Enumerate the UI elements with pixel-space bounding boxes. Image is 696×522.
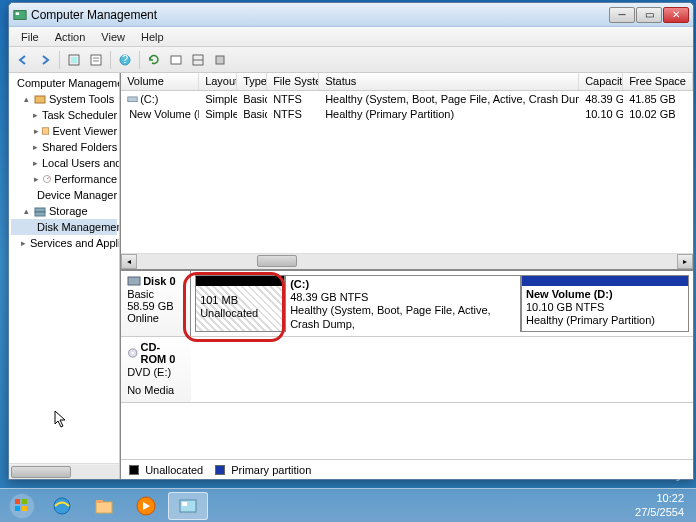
menu-action[interactable]: Action — [47, 29, 94, 45]
svg-point-35 — [132, 352, 134, 354]
svg-text:?: ? — [122, 53, 128, 65]
tree-task-scheduler[interactable]: ▸Task Scheduler — [11, 107, 117, 123]
forward-button[interactable] — [35, 50, 55, 70]
cdrom-row: CD-ROM 0 DVD (E:) No Media — [121, 337, 693, 403]
taskbar-computer-management[interactable] — [168, 492, 208, 520]
svg-rect-18 — [43, 128, 49, 134]
col-free[interactable]: Free Space — [623, 73, 693, 90]
tree-disk-management[interactable]: Disk Management — [11, 219, 117, 235]
svg-rect-3 — [71, 57, 77, 63]
tree-performance[interactable]: ▸Performance — [11, 171, 117, 187]
menubar: File Action View Help — [9, 27, 693, 47]
volume-hscrollbar[interactable]: ◂▸ — [121, 253, 693, 269]
menu-help[interactable]: Help — [133, 29, 172, 45]
tree-event-viewer[interactable]: ▸Event Viewer — [11, 123, 117, 139]
partition-unallocated[interactable]: 101 MBUnallocated — [195, 275, 285, 332]
svg-rect-1 — [16, 12, 20, 15]
tree-system-tools[interactable]: ▴System Tools — [11, 91, 117, 107]
watermark: Variety — [631, 461, 686, 482]
tools-icon — [33, 92, 47, 106]
back-button[interactable] — [13, 50, 33, 70]
cdrom-icon — [127, 347, 138, 359]
computer-management-window: Computer Management ─ ▭ ✕ File Action Vi… — [8, 2, 694, 480]
close-button[interactable]: ✕ — [663, 7, 689, 23]
partition-c[interactable]: (C:)48.39 GB NTFSHealthy (System, Boot, … — [285, 275, 521, 332]
wmp-icon — [135, 495, 157, 517]
svg-rect-31 — [128, 97, 137, 102]
refresh-button[interactable] — [144, 50, 164, 70]
svg-rect-37 — [15, 499, 20, 504]
svg-rect-4 — [91, 55, 101, 65]
storage-icon — [33, 204, 47, 218]
tree-root[interactable]: Computer Management (Local — [11, 75, 117, 91]
svg-rect-39 — [15, 506, 20, 511]
taskbar-wmp[interactable] — [126, 492, 166, 520]
disk0-row: Disk 0 Basic 58.59 GB Online 101 MBUnall… — [121, 271, 693, 337]
col-type[interactable]: Type — [237, 73, 267, 90]
start-button[interactable] — [4, 491, 40, 521]
col-status[interactable]: Status — [319, 73, 579, 90]
tree-shared-folders[interactable]: ▸Shared Folders — [11, 139, 117, 155]
main-pane: Volume Layout Type File System Status Ca… — [120, 73, 693, 479]
graphical-view: Disk 0 Basic 58.59 GB Online 101 MBUnall… — [121, 271, 693, 459]
legend-swatch-unalloc — [129, 465, 139, 475]
ie-icon — [51, 495, 73, 517]
window-title: Computer Management — [31, 8, 608, 22]
tool-button-1[interactable] — [166, 50, 186, 70]
up-button[interactable] — [64, 50, 84, 70]
tool-button-3[interactable] — [210, 50, 230, 70]
performance-icon — [42, 172, 52, 186]
cdrom-info[interactable]: CD-ROM 0 DVD (E:) No Media — [121, 337, 191, 402]
tree-storage[interactable]: ▴Storage — [11, 203, 117, 219]
drive-icon — [127, 93, 138, 104]
mmc-icon — [177, 495, 199, 517]
col-fs[interactable]: File System — [267, 73, 319, 90]
properties-button[interactable] — [86, 50, 106, 70]
tree-local-users[interactable]: ▸Local Users and Groups — [11, 155, 117, 171]
menu-file[interactable]: File — [13, 29, 47, 45]
menu-view[interactable]: View — [93, 29, 133, 45]
toolbar: ? — [9, 47, 693, 73]
volume-list: Volume Layout Type File System Status Ca… — [121, 73, 693, 271]
system-tray[interactable]: 10:22 27/5/2554 — [627, 492, 692, 518]
disk0-info[interactable]: Disk 0 Basic 58.59 GB Online — [121, 271, 191, 336]
tool-button-2[interactable] — [188, 50, 208, 70]
tree-services[interactable]: ▸Services and Applications — [11, 235, 117, 251]
tree-device-manager[interactable]: Device Manager — [11, 187, 117, 203]
col-capacity[interactable]: Capacity — [579, 73, 623, 90]
legend-swatch-primary — [215, 465, 225, 475]
app-icon — [13, 8, 27, 22]
svg-rect-27 — [35, 212, 45, 216]
svg-rect-46 — [182, 502, 187, 506]
taskbar: 10:22 27/5/2554 — [0, 488, 696, 522]
tree-hscrollbar[interactable] — [9, 463, 119, 479]
svg-rect-43 — [96, 500, 103, 503]
partition-d[interactable]: New Volume (D:)10.10 GB NTFSHealthy (Pri… — [521, 275, 689, 332]
volume-row[interactable]: New Volume (D:) Simple Basic NTFS Health… — [121, 106, 693, 121]
help-button[interactable]: ? — [115, 50, 135, 70]
svg-rect-33 — [128, 277, 140, 285]
taskbar-explorer[interactable] — [84, 492, 124, 520]
maximize-button[interactable]: ▭ — [636, 7, 662, 23]
svg-rect-14 — [35, 96, 45, 103]
legend: Unallocated Primary partition — [121, 459, 693, 479]
svg-rect-12 — [216, 56, 224, 64]
titlebar[interactable]: Computer Management ─ ▭ ✕ — [9, 3, 693, 27]
col-volume[interactable]: Volume — [121, 73, 199, 90]
folder-icon — [93, 495, 115, 517]
event-icon — [41, 124, 50, 138]
nav-tree: Computer Management (Local ▴System Tools… — [9, 73, 120, 479]
col-layout[interactable]: Layout — [199, 73, 237, 90]
svg-rect-9 — [171, 56, 181, 64]
volume-header: Volume Layout Type File System Status Ca… — [121, 73, 693, 91]
svg-rect-40 — [22, 506, 27, 511]
svg-rect-38 — [22, 499, 27, 504]
svg-rect-42 — [96, 502, 112, 513]
taskbar-ie[interactable] — [42, 492, 82, 520]
volume-row[interactable]: (C:) Simple Basic NTFS Healthy (System, … — [121, 91, 693, 106]
minimize-button[interactable]: ─ — [609, 7, 635, 23]
hdd-icon — [127, 275, 141, 287]
svg-rect-26 — [35, 208, 45, 212]
